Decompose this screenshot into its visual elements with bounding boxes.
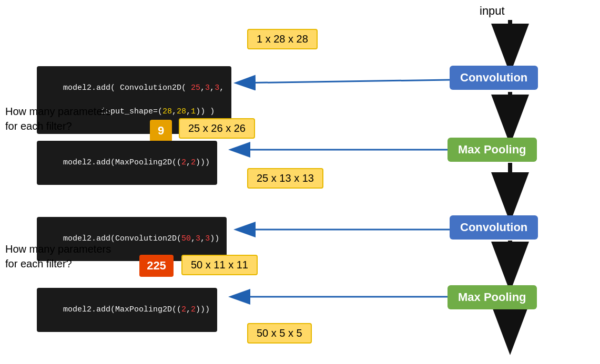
pool-box-2: Max Pooling bbox=[448, 285, 537, 309]
input-label: input bbox=[480, 4, 505, 18]
pool-box-1: Max Pooling bbox=[448, 138, 537, 162]
param-badge-1: 9 bbox=[150, 120, 172, 142]
dim-box-1: 1 x 28 x 28 bbox=[247, 29, 318, 49]
code-block-2: model2.add(MaxPooling2D((2,2))) bbox=[37, 141, 217, 185]
svg-line-7 bbox=[237, 80, 450, 83]
dim-box-2: 25 x 26 x 26 bbox=[179, 118, 255, 139]
conv-box-2: Convolution bbox=[450, 215, 538, 240]
conv-box-1: Convolution bbox=[450, 66, 538, 90]
dim-box-4: 50 x 11 x 11 bbox=[181, 255, 258, 275]
param-question-2: How many parametersfor each filter? bbox=[5, 242, 111, 271]
param-badge-2: 225 bbox=[139, 255, 174, 277]
dim-box-3: 25 x 13 x 13 bbox=[247, 168, 323, 189]
dim-box-5: 50 x 5 x 5 bbox=[247, 323, 312, 344]
param-question-1: How many parametersfor each filter? bbox=[5, 104, 111, 133]
code-block-4: model2.add(MaxPooling2D((2,2))) bbox=[37, 288, 217, 332]
main-diagram: input 1 x 28 x 28 Convolution model2.add… bbox=[0, 0, 600, 364]
